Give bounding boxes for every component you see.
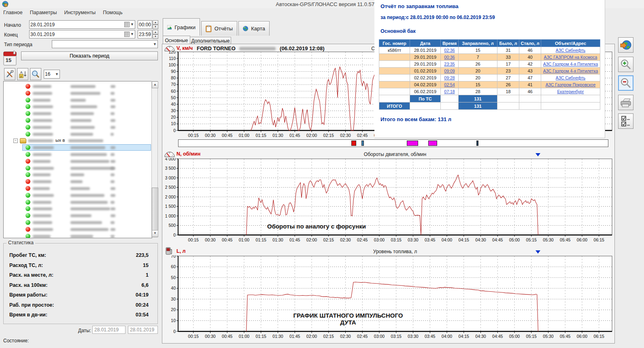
menu-item-2[interactable]: Инструменты (64, 10, 96, 15)
zoom-out-button[interactable] (618, 75, 633, 91)
refuel-time-link[interactable]: 09:28 (444, 75, 455, 80)
refuel-address-link[interactable]: АЗС Газпром 4-я Пятилетка (543, 68, 598, 73)
vehicle-list-scrollbar[interactable]: ▲ ▼ (151, 81, 158, 237)
vehicle-row[interactable] (4, 192, 152, 199)
zoom-in-button[interactable] (618, 57, 633, 72)
svg-text:0: 0 (173, 233, 176, 237)
vehicle-row[interactable] (4, 83, 152, 90)
refuel-address-link[interactable]: АЗС Сибнефть (556, 75, 585, 80)
end-time-spinner[interactable]: ▲▼ (153, 30, 158, 38)
sort-az-icon: A z (19, 70, 27, 79)
sort-az-button[interactable]: A z (17, 68, 28, 80)
report-cell: 27 (497, 75, 519, 81)
tab-map[interactable]: Карта (238, 21, 270, 36)
fuel-chart[interactable]: 01020304050607000:1500:3000:4501:0001:15… (164, 255, 614, 341)
vehicle-row[interactable] (4, 165, 152, 171)
scrollbar-thumb[interactable] (152, 188, 158, 231)
redacted-count (111, 214, 115, 217)
status-green-icon (26, 111, 30, 116)
svg-text:04:15: 04:15 (459, 237, 469, 242)
vehicle-row[interactable] (4, 151, 152, 158)
refuel-address-link[interactable]: АЗС ГАЗПРОМ на Космоса (544, 55, 597, 60)
report-cell: к586тт (379, 47, 410, 54)
vehicle-row[interactable] (4, 212, 152, 219)
start-time-field[interactable]: 00:00 (138, 20, 152, 29)
vehicle-row[interactable] (4, 103, 152, 110)
status-green-icon (26, 220, 30, 225)
report-cell: 7 (459, 54, 497, 61)
vehicle-row[interactable] (4, 144, 152, 151)
start-time-spinner[interactable]: ▲▼ (153, 20, 158, 29)
refuel-time-link[interactable]: 23:35 (444, 62, 455, 66)
svg-text:02:00: 02:00 (306, 334, 317, 339)
vehicle-row[interactable] (4, 117, 152, 124)
vehicle-row[interactable] (4, 97, 152, 103)
event-marker-strip[interactable] (178, 139, 608, 147)
refuel-time-link[interactable]: 07:18 (444, 89, 455, 94)
menu-item-1[interactable]: Параметры (30, 10, 57, 15)
stat-value: 04:19 (136, 292, 149, 298)
vehicle-row[interactable] (4, 185, 152, 192)
svg-text:02:15: 02:15 (323, 334, 334, 339)
report-cell: 15 (459, 47, 497, 54)
tab-basic-charts[interactable]: Основные (163, 36, 190, 45)
refuel-address-link[interactable]: АЗС Газпром 4-я Пятилетка (543, 62, 598, 66)
vehicle-row[interactable] (4, 124, 152, 130)
refuel-address-link[interactable]: АЗС Сибнефть (556, 48, 585, 53)
tools-button[interactable] (4, 68, 15, 80)
report-options-button[interactable] (618, 113, 633, 129)
refuel-time-link[interactable]: 09:09 (444, 68, 455, 73)
rpm-chart[interactable]: 05001 0001 5002 0002 5003 0003 5004 0000… (164, 158, 614, 244)
vehicle-row[interactable] (4, 226, 152, 233)
vehicle-row[interactable] (4, 205, 152, 212)
refuel-address-link[interactable]: Екатеринбург (557, 89, 584, 94)
start-date-value: 28.01.2019 (30, 22, 55, 28)
svg-text:02:45: 02:45 (357, 133, 368, 138)
rpm-annotation: Обороты по аналогу с форсунки (256, 223, 377, 230)
refuel-address-link[interactable]: АЗС Газпром Покровское (546, 82, 596, 87)
show-on-map-button[interactable] (618, 37, 633, 53)
print-button[interactable] (618, 95, 633, 110)
zoom-level-select[interactable]: 16 ▼ (44, 70, 60, 79)
stat-label: Раб. при простое: (9, 302, 54, 308)
scroll-down-button[interactable]: ▼ (152, 230, 158, 237)
vehicle-group-row[interactable]: −ых в (4, 137, 152, 144)
end-time-field[interactable]: 23:59 (138, 30, 152, 38)
stat-label: Расх. на 100км: (9, 282, 47, 288)
vehicle-row[interactable] (4, 158, 152, 164)
menu-item-3[interactable]: Помощь (103, 10, 122, 15)
show-period-button[interactable]: Показать период (21, 51, 158, 60)
report-grand-total: Итого по всем бакам: 131 л (380, 116, 451, 122)
end-date-field[interactable]: 30.01.2019 ▼ (29, 30, 135, 38)
calendar-icon[interactable]: 15 (2, 49, 18, 66)
vehicle-row[interactable] (4, 219, 152, 226)
date-from-field[interactable]: 28.01.2019 (92, 326, 125, 334)
vehicle-row[interactable] (4, 199, 152, 205)
tab-charts[interactable]: Графики (163, 18, 200, 36)
scroll-up-button[interactable]: ▲ (152, 81, 158, 88)
date-to-field[interactable]: 28.01.2019 (128, 326, 158, 334)
vehicle-row[interactable] (4, 233, 152, 238)
tab-reports[interactable]: Отчёты (201, 21, 237, 36)
refuel-time-link[interactable]: 00:36 (444, 55, 455, 60)
start-date-field[interactable]: 28.01.2019 ▼ (29, 20, 135, 29)
vehicle-list[interactable]: −ых в (3, 81, 152, 238)
stat-row-5: Раб. при простое:00:24 (9, 302, 152, 310)
search-button[interactable] (30, 68, 41, 80)
end-date-picker-button[interactable]: ▼ (124, 32, 134, 37)
vehicle-row[interactable] (4, 131, 152, 137)
tree-collapse-icon[interactable]: − (13, 139, 18, 143)
svg-text:04:45: 04:45 (492, 334, 503, 339)
vehicle-row[interactable] (4, 110, 152, 117)
redacted-count (111, 221, 115, 224)
vehicle-row[interactable] (4, 90, 152, 96)
period-type-combobox[interactable]: ▼ (52, 40, 158, 48)
redacted-count (111, 194, 115, 197)
start-date-picker-button[interactable]: ▼ (124, 22, 134, 27)
vehicle-row[interactable] (4, 178, 152, 185)
report-cell: АЗС Сибнефть (541, 75, 600, 81)
vehicle-row[interactable] (4, 171, 152, 178)
refuel-time-link[interactable]: 02:54 (444, 82, 455, 87)
menu-item-0[interactable]: Главное (3, 10, 23, 15)
refuel-time-link[interactable]: 02:36 (444, 48, 455, 53)
